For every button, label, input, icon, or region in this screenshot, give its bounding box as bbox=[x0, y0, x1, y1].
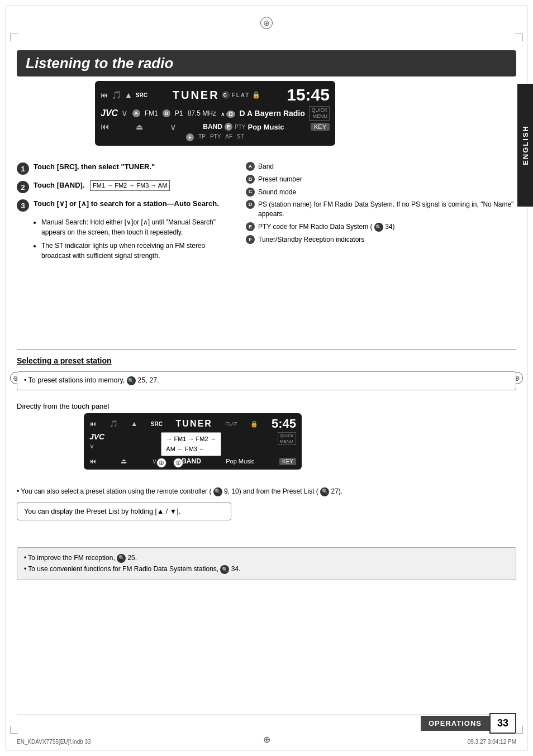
operations-label: OPERATIONS bbox=[421, 716, 489, 731]
ann-c: C Sound mode bbox=[246, 188, 514, 197]
eject2-icon[interactable]: ⏏ bbox=[121, 457, 127, 465]
bullet1: Manual Search: Hold either [∨]or [∧] unt… bbox=[41, 217, 229, 237]
top-reg-mark: ⊕ bbox=[260, 17, 273, 29]
down-arrow2-icon[interactable]: ∨ bbox=[170, 122, 177, 132]
step3: 3 Touch [∨] or [∧] to search for a stati… bbox=[17, 199, 229, 212]
panel-row3: ⏮ ⏏ ∨ BAND E PTY Pop Music KEY bbox=[101, 122, 330, 132]
operations-badge: OPERATIONS 33 bbox=[421, 713, 516, 734]
music-gear2-icon[interactable]: 🎵 bbox=[110, 420, 118, 428]
jvc2-logo: JVC bbox=[89, 432, 104, 441]
band2-btn[interactable]: BAND bbox=[182, 457, 201, 465]
ann-d-text: PS (station name) for FM Radio Data Syst… bbox=[258, 200, 514, 219]
jvc-area: JVC ∨ bbox=[101, 108, 128, 118]
freq-display: 87.5 MHz bbox=[188, 109, 216, 117]
preset-section-title: Selecting a preset station bbox=[17, 356, 112, 365]
panel-left-icons: ⏮ 🎵 ▲ SRC bbox=[101, 90, 147, 99]
step2: 2 Touch [BAND]. FM1 → FM2 → FM3 → AM bbox=[17, 180, 229, 193]
down3-icon[interactable]: ∨ bbox=[89, 442, 104, 450]
band-display: FM1 bbox=[145, 109, 158, 117]
search-icon-preset: 🔍 bbox=[127, 376, 136, 385]
flat2-label: FLAT bbox=[225, 421, 237, 427]
ann-circle-a: A bbox=[246, 162, 255, 171]
circle-b: B bbox=[163, 109, 170, 117]
quick-menu2[interactable]: QUICK MENU bbox=[278, 432, 296, 445]
circle-a: A bbox=[132, 109, 140, 117]
skip-back2-icon[interactable]: ⏮ bbox=[101, 122, 110, 132]
lock2-icon: 🔒 bbox=[250, 420, 258, 428]
ann-circle-c: C bbox=[246, 188, 255, 197]
skip-back3-icon[interactable]: ⏮ bbox=[89, 420, 96, 428]
pop-music: Pop Music bbox=[248, 123, 284, 131]
corner-reg-bl bbox=[10, 726, 18, 734]
src-label[interactable]: SRC bbox=[136, 92, 147, 98]
up-arrow2: ∧ bbox=[221, 111, 225, 117]
band-pty-area: BAND E PTY Pop Music bbox=[203, 123, 284, 131]
ann-e: E PTY code for FM Radio Data System ( 🔍 … bbox=[246, 222, 514, 232]
page-title: Listening to the radio bbox=[26, 55, 507, 72]
language-label: ENGLISH bbox=[521, 125, 530, 165]
panel2-row3: ⏮ ⏏ ∨ BAND Pop Music KEY bbox=[89, 457, 296, 465]
footer-right: 09.3.27 3:04:12 PM bbox=[468, 739, 516, 745]
ann-a-text: Band bbox=[258, 162, 274, 171]
key2-btn[interactable]: KEY bbox=[279, 458, 296, 465]
jvc-logo: JVC bbox=[101, 108, 118, 118]
fm-diagram-box: → FM1 → FM2 → AM ← FM3 ← bbox=[161, 432, 221, 456]
directly-label: Directly from the touch panel bbox=[17, 402, 109, 410]
down-arrow-icon[interactable]: ∨ bbox=[121, 108, 128, 118]
tuner-title: TUNER C FLAT 🔒 bbox=[173, 89, 262, 102]
jvc2-area: JVC ∨ bbox=[89, 432, 104, 450]
st-indicator: ST bbox=[237, 133, 244, 141]
pty-btn[interactable]: PTY bbox=[235, 124, 245, 130]
corner-reg-br bbox=[515, 726, 523, 734]
step2-number: 2 bbox=[17, 181, 29, 193]
ann-circle-d: D bbox=[246, 200, 255, 209]
panel2-row2: JVC ∨ → FM1 → FM2 → AM ← FM3 ← QUICK MEN… bbox=[89, 432, 296, 456]
bottom-gray-box: • To improve the FM reception, 🔍 25. • T… bbox=[17, 547, 516, 580]
flat-label: FLAT bbox=[232, 92, 250, 98]
src2-label[interactable]: SRC bbox=[151, 421, 163, 427]
ann-e-text: PTY code for FM Radio Data System ( 🔍 34… bbox=[258, 222, 395, 232]
circle-d: D bbox=[226, 111, 235, 118]
band-freq-area: A FM1 B P1 87.5 MHz bbox=[132, 109, 216, 117]
up-arrow-icon[interactable]: ▲ bbox=[125, 90, 132, 99]
preset-display: P1 bbox=[175, 109, 183, 117]
second-display-panel: ⏮ 🎵 ▲ SRC TUNER FLAT 🔒 5:45 JVC ∨ → FM1 … bbox=[84, 413, 302, 470]
skip-back4-icon[interactable]: ⏮ bbox=[89, 457, 96, 465]
search-icon-remote: 🔍 bbox=[213, 487, 222, 496]
search-icon-fmdata: 🔍 bbox=[220, 565, 229, 574]
language-sidebar: ENGLISH bbox=[517, 84, 533, 207]
info-box-text: • To preset stations into memory, 🔍 25, … bbox=[24, 376, 159, 384]
af-indicator: AF bbox=[225, 133, 232, 141]
up3-icon[interactable]: ▲ bbox=[131, 420, 137, 428]
panel2-row1: ⏮ 🎵 ▲ SRC TUNER FLAT 🔒 5:45 bbox=[89, 417, 296, 431]
music-gear-icon[interactable]: 🎵 bbox=[112, 90, 121, 99]
quick-menu[interactable]: QUICK MENU bbox=[309, 106, 330, 121]
tuner-area: TUNER C FLAT 🔒 bbox=[173, 89, 262, 102]
ann-c-text: Sound mode bbox=[258, 188, 296, 197]
step2-text: Touch [BAND]. FM1 → FM2 → FM3 → AM bbox=[34, 180, 170, 191]
ann-b: B Preset number bbox=[246, 175, 514, 184]
panel-row1: ⏮ 🎵 ▲ SRC TUNER C FLAT 🔒 15:45 bbox=[101, 85, 330, 104]
ann-d: D PS (station name) for FM Radio Data Sy… bbox=[246, 200, 514, 219]
tp-indicator: TP bbox=[198, 133, 206, 141]
time2-display: 5:45 bbox=[272, 417, 296, 431]
bullet-list: Manual Search: Hold either [∨]or [∧] unt… bbox=[34, 217, 229, 261]
time-display: 15:45 bbox=[287, 85, 330, 104]
step3-text: Touch [∨] or [∧] to search for a station… bbox=[34, 199, 219, 209]
eject-arrow-icon[interactable]: ⏏ bbox=[136, 122, 143, 131]
key-btn[interactable]: KEY bbox=[311, 123, 330, 131]
step3-number: 3 bbox=[17, 199, 29, 212]
preset-highlight-box: You can display the Preset List by holdi… bbox=[17, 503, 231, 520]
bottom-note1: • To improve the FM reception, 🔍 25. bbox=[24, 552, 509, 563]
band-seq: FM1 → FM2 → FM3 → AM bbox=[90, 180, 170, 191]
band-btn[interactable]: BAND bbox=[203, 123, 222, 131]
skip-back-icon[interactable]: ⏮ bbox=[101, 90, 108, 99]
bullet2: The ST indicator lights up when receivin… bbox=[41, 241, 229, 261]
diagram-marker-2: ② bbox=[156, 458, 166, 468]
bottom-note2: • To use convenient functions for FM Rad… bbox=[24, 563, 509, 575]
ann-f-text: Tuner/Standby Reception indicators bbox=[258, 235, 364, 245]
step1-number: 1 bbox=[17, 162, 29, 175]
pty-indicator: PTY bbox=[210, 133, 221, 141]
diagram-marker-1: ① bbox=[173, 458, 183, 468]
status-indicators: F TP PTY AF ST bbox=[101, 133, 330, 141]
